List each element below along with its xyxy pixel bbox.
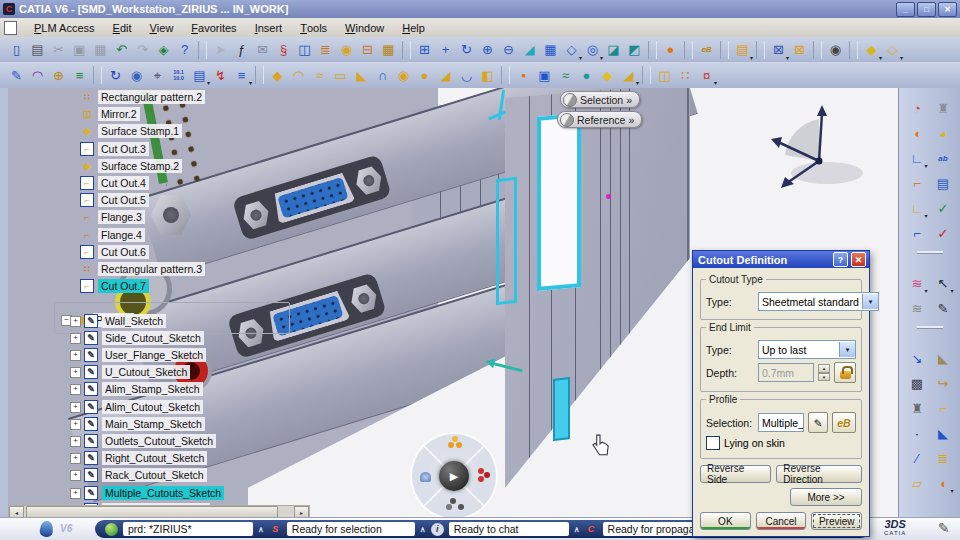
paste-icon[interactable]: ▦ <box>90 40 111 60</box>
structure-tree-icon[interactable]: ≣ <box>315 40 336 60</box>
multi-view-icon[interactable]: ▦ <box>540 40 561 60</box>
ok-button[interactable]: OK <box>700 512 751 530</box>
expand-box[interactable]: + <box>70 453 81 464</box>
tree-item-surface-stamp-1[interactable]: ◆Surface Stamp.1 <box>52 123 182 139</box>
lock-gold-icon[interactable]: ⊠ <box>789 40 810 60</box>
overview-window-icon[interactable]: ▦ <box>378 40 399 60</box>
ball-corner-icon[interactable]: ◕ <box>933 123 954 143</box>
flange-gold-icon[interactable]: ⌐ <box>933 398 954 418</box>
bend-cone-icon[interactable]: ◖ <box>907 123 928 143</box>
menu-item-tools[interactable]: Tools <box>291 18 336 37</box>
vplm-compass[interactable]: ▶ <box>410 432 498 517</box>
named-views-icon[interactable]: ◎▾ <box>582 40 603 60</box>
zoom-out-icon[interactable]: ⊖ <box>498 40 519 60</box>
chevron-down-icon[interactable]: ▾ <box>862 294 878 309</box>
copy-icon[interactable]: ▣ <box>69 40 90 60</box>
close-button[interactable]: ✕ <box>938 2 957 17</box>
annotations-ab-icon[interactable]: ab <box>933 148 954 168</box>
recognize-icon[interactable]: ≋▾ <box>907 273 928 293</box>
scroll-left-button[interactable]: ◂ <box>9 506 24 517</box>
wall-on-edge-icon[interactable]: ∟▾ <box>907 148 928 168</box>
manipulation-icon[interactable]: ◉ <box>126 65 147 85</box>
undo-icon[interactable]: ↶ <box>111 40 132 60</box>
point-stamp-icon[interactable]: ▪ <box>513 65 534 85</box>
tree-item-flange-4[interactable]: ⌐Flange.4 <box>52 227 145 243</box>
line-tool-icon[interactable]: ∕ <box>907 448 928 468</box>
stack-mode-icon[interactable]: ▤▾ <box>189 65 210 85</box>
menu-item-insert[interactable]: Insert <box>246 18 292 37</box>
sketcher-icon[interactable]: ✎ <box>6 65 27 85</box>
mirror-icon[interactable]: ◫ <box>654 65 675 85</box>
reverse-side-button[interactable]: Reverse Side <box>700 465 771 483</box>
tree-item-mirror-2[interactable]: ◫Mirror.2 <box>52 106 140 122</box>
menu-item-plm-access[interactable]: PLM Access <box>25 18 104 37</box>
whats-this-icon[interactable]: ? <box>174 40 195 60</box>
expand-box[interactable]: + <box>70 419 81 430</box>
compass-play-button[interactable]: ▶ <box>439 461 469 491</box>
compass-social-icon[interactable] <box>448 442 454 448</box>
tree-item-rack-cutout-sketch[interactable]: +✎Rack_Cutout_Sketch <box>52 467 207 483</box>
dowel-icon[interactable]: ◡ <box>456 65 477 85</box>
pattern-window-icon[interactable]: ▣ <box>534 65 555 85</box>
expand-box[interactable]: + <box>70 333 81 344</box>
point-tool-icon[interactable]: · <box>907 423 928 443</box>
collapse-caret[interactable]: ∧ <box>574 525 580 534</box>
compass-structure-icon[interactable] <box>478 468 484 474</box>
swoosh-icon[interactable]: S <box>269 523 282 536</box>
tree-item-cut-out-6[interactable]: ⌐Cut Out.6 <box>52 244 149 260</box>
wedge-feature-icon[interactable]: ◢▾ <box>618 65 639 85</box>
menu-item-window[interactable]: Window <box>336 18 393 37</box>
cutout-profile-highlight[interactable] <box>537 113 581 291</box>
eb-catalog-button[interactable]: eB <box>832 412 856 433</box>
normal-view-icon[interactable]: ◢ <box>519 40 540 60</box>
bend-params-icon[interactable]: ↪ <box>933 373 954 393</box>
expand-box[interactable]: + <box>70 402 81 413</box>
menu-item-help[interactable]: Help <box>393 18 434 37</box>
zoom-in-icon[interactable]: ⊕ <box>477 40 498 60</box>
flange-tool-icon[interactable]: ⌐ <box>907 173 928 193</box>
update-icon[interactable]: ↻ <box>105 65 126 85</box>
flange-blue-icon[interactable]: ◣ <box>933 423 954 443</box>
pan-icon[interactable]: + <box>435 40 456 60</box>
annotations-table-icon[interactable]: ▤▾ <box>732 40 753 60</box>
cutout-profile-slot[interactable] <box>553 377 570 441</box>
cutout-profile-thin[interactable] <box>496 177 517 306</box>
expand-box[interactable]: + <box>70 350 81 361</box>
sketch-picker-button[interactable]: ✎ <box>808 412 828 433</box>
horizontal-scrollbar[interactable]: ◂ ▸ <box>8 505 310 517</box>
dialog-titlebar[interactable]: Cutout Definition ? ✕ <box>693 251 869 268</box>
title-bar[interactable]: C CATIA V6 - [SMD_Workstation_ZIRIUS ...… <box>0 0 960 18</box>
tree-item-right-cutout-sketch[interactable]: +✎Right_Cutout_Sketch <box>52 450 207 466</box>
new-document-icon[interactable]: ▯ <box>6 40 27 60</box>
expand-box[interactable]: + <box>70 367 81 378</box>
list-mode-icon[interactable]: ≡▾ <box>231 65 252 85</box>
spin-up-icon[interactable]: ▴ <box>818 364 830 373</box>
rolled-wall-icon[interactable]: ◔ <box>907 98 928 118</box>
flanged-window-icon[interactable]: ▭ <box>330 65 351 85</box>
tree-item-cut-out-4[interactable]: ⌐Cut Out.4 <box>52 175 149 191</box>
key-icon[interactable]: § <box>273 40 294 60</box>
compass-tree-icon[interactable] <box>450 498 456 504</box>
restore-button[interactable]: □ <box>917 2 936 17</box>
tree-item-outlets-cutout-sketch[interactable]: +✎Outlets_Cutout_Sketch <box>52 433 216 449</box>
sketch-tracer-icon[interactable]: ✎ <box>933 298 954 318</box>
unfolded-view-icon[interactable]: ◇▾ <box>882 40 903 60</box>
axis-pattern-icon[interactable]: ¤▾ <box>696 65 717 85</box>
select-cursor-icon[interactable]: ↖▾ <box>933 273 954 293</box>
prd-field[interactable]: prd: *ZIRIUS* <box>123 522 253 536</box>
tree-item-cut-out-3[interactable]: ⌐Cut Out.3 <box>52 141 149 157</box>
formula-icon[interactable]: ƒ <box>231 40 252 60</box>
tree-item-user-flange-sketch[interactable]: +✎User_Flange_Sketch <box>52 347 206 363</box>
analysis-dove-2-icon[interactable]: ✓ <box>933 223 954 243</box>
more-button[interactable]: More >> <box>790 488 862 506</box>
tree-item-multiple-cutouts-sketch[interactable]: +✎Multiple_Cutouts_Sketch <box>52 485 224 501</box>
export-view-icon[interactable]: ↘ <box>907 348 928 368</box>
collapse-caret[interactable]: ∧ <box>258 525 264 534</box>
surface-icon[interactable]: ◠ <box>27 65 48 85</box>
scroll-right-button[interactable]: ▸ <box>294 506 309 517</box>
cancel-button[interactable]: Cancel <box>756 512 807 530</box>
measure-icon[interactable]: ⌖ <box>147 65 168 85</box>
swept-flange-icon[interactable]: ≣ <box>933 448 954 468</box>
ball-feature-icon[interactable]: ● <box>576 65 597 85</box>
dialog-help-button[interactable]: ? <box>833 252 848 267</box>
